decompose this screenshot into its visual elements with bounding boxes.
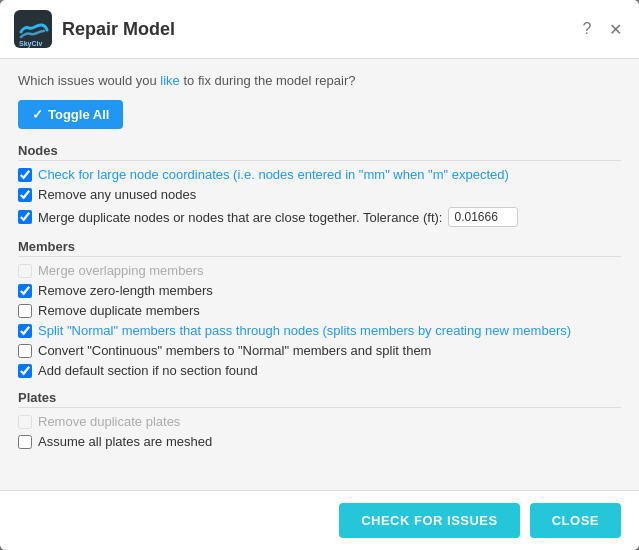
checkbox-row-assume-plates-meshed: Assume all plates are meshed <box>18 434 621 449</box>
checkbox-merge-overlapping[interactable] <box>18 264 32 278</box>
repair-model-dialog: SkyCiv Repair Model ? ✕ Which issues wou… <box>0 0 639 550</box>
checkbox-assume-plates-meshed[interactable] <box>18 435 32 449</box>
check-for-issues-button[interactable]: CHECK FOR ISSUES <box>339 503 520 538</box>
tolerance-input-merge-duplicate-nodes[interactable] <box>448 207 518 227</box>
label-assume-plates-meshed: Assume all plates are meshed <box>38 434 212 449</box>
label-remove-duplicate-members: Remove duplicate members <box>38 303 200 318</box>
label-merge-overlapping: Merge overlapping members <box>38 263 203 278</box>
checkbox-remove-zero-length[interactable] <box>18 284 32 298</box>
dialog-title: Repair Model <box>62 19 567 40</box>
checkbox-row-split-normal-members: Split "Normal" members that pass through… <box>18 323 621 338</box>
checkbox-row-large-node-coords: Check for large node coordinates (i.e. n… <box>18 167 621 182</box>
checkbox-add-default-section[interactable] <box>18 364 32 378</box>
label-unused-nodes: Remove any unused nodes <box>38 187 196 202</box>
help-button[interactable]: ? <box>577 19 597 39</box>
label-add-default-section: Add default section if no section found <box>38 363 258 378</box>
checkmark-icon: ✓ <box>32 107 43 122</box>
checkbox-remove-duplicate-members[interactable] <box>18 304 32 318</box>
checkbox-remove-duplicate-plates[interactable] <box>18 415 32 429</box>
close-x-button[interactable]: ✕ <box>605 19 625 39</box>
label-convert-continuous: Convert "Continuous" members to "Normal"… <box>38 343 431 358</box>
section-label-members: Members <box>18 239 621 257</box>
label-large-node-coords: Check for large node coordinates (i.e. n… <box>38 167 509 182</box>
skyciv-logo: SkyCiv <box>14 10 52 48</box>
checkbox-split-normal-members[interactable] <box>18 324 32 338</box>
dialog-body: Which issues would you like to fix durin… <box>0 59 639 490</box>
section-members: MembersMerge overlapping membersRemove z… <box>18 239 621 378</box>
title-bar: SkyCiv Repair Model ? ✕ <box>0 0 639 59</box>
label-remove-duplicate-plates: Remove duplicate plates <box>38 414 180 429</box>
checkbox-convert-continuous[interactable] <box>18 344 32 358</box>
svg-text:SkyCiv: SkyCiv <box>19 40 42 48</box>
sections-container: NodesCheck for large node coordinates (i… <box>18 143 621 449</box>
dialog-footer: CHECK FOR ISSUES CLOSE <box>0 490 639 550</box>
title-action-icons: ? ✕ <box>577 19 625 39</box>
section-label-plates: Plates <box>18 390 621 408</box>
subtitle-link[interactable]: like <box>160 73 180 88</box>
subtitle: Which issues would you like to fix durin… <box>18 73 621 88</box>
checkbox-row-merge-duplicate-nodes: Merge duplicate nodes or nodes that are … <box>18 207 621 227</box>
checkbox-row-convert-continuous: Convert "Continuous" members to "Normal"… <box>18 343 621 358</box>
section-label-nodes: Nodes <box>18 143 621 161</box>
section-plates: PlatesRemove duplicate platesAssume all … <box>18 390 621 449</box>
toggle-all-label: Toggle All <box>48 107 109 122</box>
checkbox-large-node-coords[interactable] <box>18 168 32 182</box>
label-remove-zero-length: Remove zero-length members <box>38 283 213 298</box>
checkbox-row-remove-zero-length: Remove zero-length members <box>18 283 621 298</box>
checkbox-row-merge-overlapping: Merge overlapping members <box>18 263 621 278</box>
toggle-all-button[interactable]: ✓ Toggle All <box>18 100 123 129</box>
checkbox-row-remove-duplicate-members: Remove duplicate members <box>18 303 621 318</box>
close-button[interactable]: CLOSE <box>530 503 621 538</box>
checkbox-row-add-default-section: Add default section if no section found <box>18 363 621 378</box>
checkbox-unused-nodes[interactable] <box>18 188 32 202</box>
checkbox-merge-duplicate-nodes[interactable] <box>18 210 32 224</box>
checkbox-row-unused-nodes: Remove any unused nodes <box>18 187 621 202</box>
section-nodes: NodesCheck for large node coordinates (i… <box>18 143 621 227</box>
label-split-normal-members: Split "Normal" members that pass through… <box>38 323 571 338</box>
label-merge-duplicate-nodes: Merge duplicate nodes or nodes that are … <box>38 210 442 225</box>
checkbox-row-remove-duplicate-plates: Remove duplicate plates <box>18 414 621 429</box>
